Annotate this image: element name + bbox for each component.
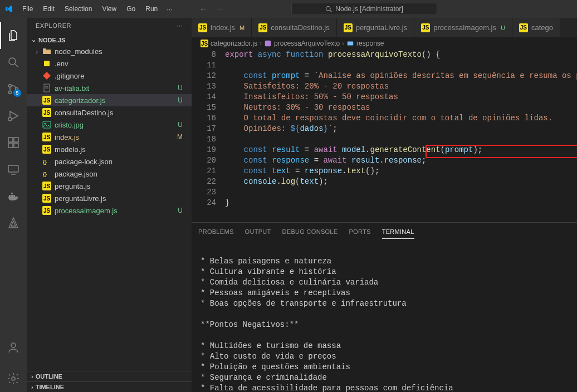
panel-tab-debug-console[interactable]: DEBUG CONSOLE xyxy=(282,226,338,239)
section-timeline[interactable]: ›TIMELINE xyxy=(27,381,192,392)
nav-arrows: ← → xyxy=(199,5,223,13)
tab-perguntaLivre-js[interactable]: JSperguntaLivre.js xyxy=(337,18,415,37)
js-file-icon: JS xyxy=(344,23,353,32)
line-number: 22 xyxy=(192,177,216,187)
file-consultaDestino-js[interactable]: JSconsultaDestino.js xyxy=(27,106,192,119)
panel-tab-problems[interactable]: PROBLEMS xyxy=(198,226,234,239)
svg-rect-28 xyxy=(265,41,271,47)
file-label: categorizador.js xyxy=(55,96,105,105)
project-section-header[interactable]: ⌄ NODE.JS xyxy=(27,35,192,45)
panel-tab-terminal[interactable]: TERMINAL xyxy=(382,226,414,239)
code-line-18[interactable] xyxy=(225,134,577,145)
code-line-14[interactable]: Insatisfeitos: 50% - 50 respostas xyxy=(225,92,577,102)
code-line-8[interactable]: export async function processaArquivoTex… xyxy=(225,50,577,60)
nav-back-icon[interactable]: ← xyxy=(199,5,207,13)
panel-tab-output[interactable]: OUTPUT xyxy=(245,226,271,239)
nav-forward-icon[interactable]: → xyxy=(216,5,223,13)
file--gitignore[interactable]: .gitignore xyxy=(27,70,192,82)
tab-label: consultaDestino.js xyxy=(271,23,330,32)
code-line-21[interactable]: const text = response.text(); xyxy=(225,166,577,177)
code-lines: export async function processaArquivoTex… xyxy=(225,50,577,222)
code-editor[interactable]: 81112131415161718192021222324 export asy… xyxy=(192,50,577,222)
menu-go[interactable]: Go xyxy=(122,3,140,15)
azure-icon xyxy=(7,216,20,229)
panel-tabs: PROBLEMSOUTPUTDEBUG CONSOLEPORTSTERMINAL xyxy=(192,223,577,239)
file-label: package-lock.json xyxy=(55,158,113,166)
code-line-15[interactable]: Neutros: 30% - 30 respostas xyxy=(225,102,577,113)
svg-text:{}: {} xyxy=(43,159,47,165)
line-number: 14 xyxy=(192,92,216,102)
section-outline[interactable]: ›OUTLINE xyxy=(27,371,192,381)
tab-processaImagem-js[interactable]: JSprocessaImagem.jsU xyxy=(414,18,512,37)
debug-icon xyxy=(7,109,20,122)
titlebar: FileEditSelectionViewGoRun ··· ← → Node.… xyxy=(0,0,577,18)
command-center[interactable]: Node.js [Administrator] xyxy=(223,3,506,15)
svg-rect-11 xyxy=(14,138,18,142)
file-cristo-jpg[interactable]: cristo.jpgU xyxy=(27,119,192,131)
docker-icon xyxy=(7,189,20,203)
menu-view[interactable]: View xyxy=(97,3,121,15)
file--env[interactable]: .env xyxy=(27,57,192,70)
code-line-22[interactable]: console.log(text); xyxy=(225,177,577,187)
activity-docker[interactable] xyxy=(0,183,27,209)
file-status: U xyxy=(178,96,187,104)
tab-catego[interactable]: JScatego xyxy=(512,18,560,37)
file-modelo-js[interactable]: JSmodelo.js xyxy=(27,143,192,155)
account-icon xyxy=(7,341,20,354)
js-file-icon: JS xyxy=(421,23,430,32)
activity-extensions[interactable] xyxy=(0,129,27,156)
activity-explorer[interactable] xyxy=(0,22,27,49)
code-line-12[interactable]: const prompt = `Analise as opiniões desc… xyxy=(225,71,577,81)
file-index-js[interactable]: JSindex.jsM xyxy=(27,131,192,143)
code-line-13[interactable]: Satisfeitos: 20% - 20 respostas xyxy=(225,81,577,92)
file-package-lock-json[interactable]: {}package-lock.json xyxy=(27,155,192,168)
section-label: TIMELINE xyxy=(36,384,64,390)
file-label: processaImagem.js xyxy=(55,207,118,215)
activity-account[interactable] xyxy=(0,334,27,361)
file-processaImagem-js[interactable]: JSprocessaImagem.jsU xyxy=(27,204,192,217)
menu-more-icon[interactable]: ··· xyxy=(162,3,177,16)
line-number: 11 xyxy=(192,60,216,71)
file-categorizador-js[interactable]: JScategorizador.jsU xyxy=(27,94,192,106)
file-label: .gitignore xyxy=(55,72,84,80)
code-line-24[interactable]: } xyxy=(225,198,577,208)
sidebar-more-icon[interactable]: ··· xyxy=(177,22,183,29)
code-line-16[interactable]: O total de respostas deve coincidir com … xyxy=(225,113,577,124)
terminal-output[interactable]: * Belas paisagens e natureza * Cultura v… xyxy=(192,239,577,392)
menu-selection[interactable]: Selection xyxy=(60,3,96,15)
menu-edit[interactable]: Edit xyxy=(38,3,59,15)
method-icon xyxy=(264,40,272,47)
svg-point-0 xyxy=(326,7,331,11)
panel-tab-ports[interactable]: PORTS xyxy=(349,226,370,239)
activity-search[interactable] xyxy=(0,49,27,76)
activity-source-control[interactable]: 5 xyxy=(0,76,27,102)
code-line-11[interactable] xyxy=(225,60,577,71)
code-line-19[interactable]: const result = await model.generateConte… xyxy=(225,145,577,155)
file-package-json[interactable]: {}package.json xyxy=(27,168,192,180)
svg-rect-16 xyxy=(13,195,15,197)
tab-index-js[interactable]: JSindex.jsM xyxy=(192,18,252,37)
menu-file[interactable]: File xyxy=(18,3,37,15)
tab-consultaDestino-js[interactable]: JSconsultaDestino.js xyxy=(252,18,337,37)
line-number: 20 xyxy=(192,155,216,166)
activity-run-debug[interactable] xyxy=(0,102,27,129)
activity-azure[interactable] xyxy=(0,209,27,236)
file-av-italia-txt[interactable]: av-italia.txtU xyxy=(27,82,192,94)
sidebar-header: EXPLORER ··· xyxy=(27,18,192,33)
activity-settings[interactable] xyxy=(0,365,27,392)
file-status: U xyxy=(178,121,187,129)
svg-point-18 xyxy=(11,343,16,347)
svg-line-3 xyxy=(15,64,18,67)
breadcrumb-var: response xyxy=(356,40,384,47)
file-node_modules[interactable]: ›node_modules xyxy=(27,45,192,57)
activity-bar: 5 xyxy=(0,18,27,392)
breadcrumb[interactable]: JS categorizador.js › processaArquivoTex… xyxy=(192,37,577,50)
line-number: 21 xyxy=(192,166,216,177)
code-line-23[interactable] xyxy=(225,187,577,198)
file-perguntaLivre-js[interactable]: JSperguntaLivre.js xyxy=(27,192,192,204)
menu-run[interactable]: Run xyxy=(141,3,162,15)
code-line-20[interactable]: const response = await result.response; xyxy=(225,155,577,166)
activity-remote[interactable] xyxy=(0,156,27,183)
file-pergunta-js[interactable]: JSpergunta.js xyxy=(27,180,192,192)
code-line-17[interactable]: Opiniões: ${dados}`; xyxy=(225,124,577,134)
